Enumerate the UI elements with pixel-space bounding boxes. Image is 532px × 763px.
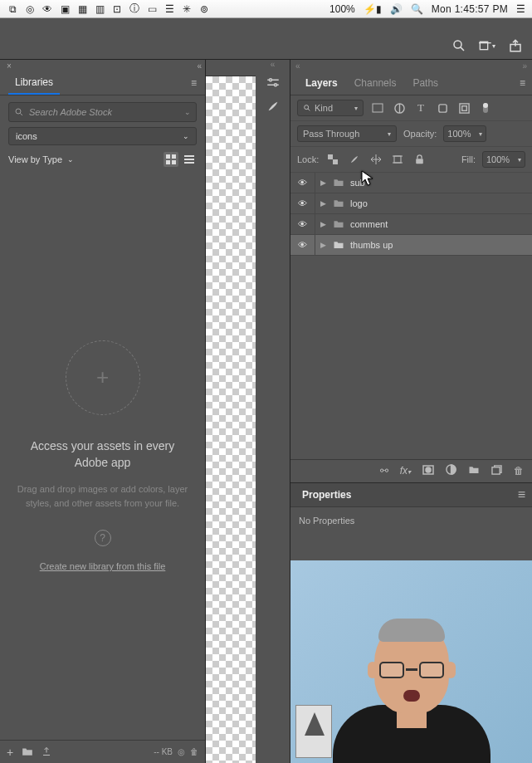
brush-icon[interactable] <box>256 95 290 118</box>
lock-transparent-icon[interactable] <box>325 152 340 167</box>
lock-all-icon[interactable] <box>412 152 427 167</box>
new-layer-icon[interactable] <box>491 465 502 477</box>
nvidia-icon[interactable]: ▣ <box>59 3 71 15</box>
lock-position-icon[interactable] <box>368 152 383 167</box>
svg-rect-7 <box>166 154 170 159</box>
cc-sync-icon[interactable]: ◎ <box>178 747 185 756</box>
library-selector[interactable]: icons ⌄ <box>8 127 197 145</box>
menu-extras-icon[interactable]: ☰ <box>164 3 175 15</box>
filter-type-icon[interactable]: T <box>413 100 428 115</box>
blend-mode-selector[interactable]: Pass Through ▾ <box>297 125 397 142</box>
spotlight-icon[interactable]: 🔍 <box>411 3 423 15</box>
menubar-clock[interactable]: Mon 1:45:57 PM <box>432 3 508 15</box>
macos-menubar: ⧉ ◎ 👁 ▣ ▦ ▥ ⊡ ⓘ ▭ ☰ ✳ ⊚ 100% ⚡▮ 🔊 🔍 Mon … <box>0 0 532 18</box>
visibility-icon[interactable]: 👁 <box>290 173 315 193</box>
visibility-icon[interactable]: 👁 <box>290 235 315 255</box>
chevron-right-icon[interactable]: ▶ <box>315 220 330 228</box>
layer-name[interactable]: sub <box>347 178 365 188</box>
layer-name[interactable]: comment <box>347 219 388 229</box>
search-input-wrap[interactable]: ⌄ <box>8 102 197 122</box>
document-canvas[interactable] <box>206 60 256 763</box>
folder-icon[interactable]: ▥ <box>94 3 105 15</box>
collapse-icon[interactable]: « <box>197 61 202 71</box>
blend-mode-row: Pass Through ▾ Opacity: 100%▾ <box>290 121 532 147</box>
svg-rect-30 <box>416 159 423 164</box>
chevron-right-icon[interactable]: ▶ <box>315 199 330 208</box>
opacity-input[interactable]: 100%▾ <box>443 125 486 142</box>
tab-paths[interactable]: Paths <box>404 71 447 95</box>
upload-icon[interactable] <box>41 746 51 759</box>
layer-name[interactable]: thumbs up <box>347 240 393 250</box>
chevron-right-icon[interactable]: ▶ <box>315 241 330 249</box>
help-icon[interactable]: ? <box>95 530 111 546</box>
filter-toggle-icon[interactable] <box>478 100 493 115</box>
tab-layers[interactable]: Layers <box>297 71 346 95</box>
filter-smartobj-icon[interactable] <box>456 100 471 115</box>
panel-menu-icon[interactable]: ≡ <box>518 487 525 502</box>
fill-input[interactable]: 100%▾ <box>482 151 525 168</box>
visibility-icon[interactable]: 👁 <box>290 214 315 234</box>
share-icon[interactable] <box>507 37 524 54</box>
layer-row[interactable]: 👁 ▶ comment <box>290 214 532 235</box>
navigator-preview[interactable] <box>290 560 532 764</box>
add-asset-button[interactable]: + <box>66 340 140 415</box>
trash-icon[interactable]: 🗑 <box>190 747 198 756</box>
eye-icon[interactable]: 👁 <box>41 3 53 15</box>
add-content-icon[interactable]: + <box>7 746 13 759</box>
layer-row[interactable]: 👁 ▶ sub <box>290 173 532 193</box>
adjustment-layer-icon[interactable] <box>446 464 456 477</box>
close-icon[interactable]: × <box>3 61 15 71</box>
collapse-icon[interactable]: « <box>295 61 300 71</box>
filter-adjustment-icon[interactable] <box>392 100 407 115</box>
add-folder-icon[interactable] <box>22 746 33 759</box>
lock-artboard-icon[interactable] <box>390 152 405 167</box>
tab-libraries[interactable]: Libraries <box>8 71 60 95</box>
list-view-icon[interactable] <box>182 152 197 167</box>
record-icon[interactable]: ⊡ <box>111 3 123 15</box>
visibility-icon[interactable]: 👁 <box>290 193 315 213</box>
trash-icon[interactable]: 🗑 <box>514 465 524 477</box>
wifi-icon[interactable]: ⊚ <box>198 3 210 15</box>
panel-menu-icon[interactable]: ≡ <box>520 77 525 89</box>
tab-properties[interactable]: Properties <box>297 483 356 506</box>
expand-icon[interactable]: » <box>522 61 527 71</box>
fan-icon[interactable]: ✳ <box>181 3 193 15</box>
link-layers-icon[interactable]: ⚯ <box>380 465 388 477</box>
new-group-icon[interactable] <box>468 465 480 477</box>
chevron-down-icon[interactable]: ⌄ <box>67 155 74 164</box>
info-icon[interactable]: ⓘ <box>129 3 140 15</box>
svg-rect-25 <box>328 154 333 159</box>
stock-search-input[interactable] <box>29 107 179 117</box>
grid-view-icon[interactable] <box>164 152 178 167</box>
svg-point-0 <box>454 41 461 48</box>
chevron-right-icon[interactable]: ▶ <box>315 179 330 187</box>
filter-kind-selector[interactable]: Kind ▾ <box>297 100 364 116</box>
adjustments-icon[interactable] <box>256 71 290 95</box>
chevron-down-icon[interactable]: ⌄ <box>184 108 191 116</box>
layer-row[interactable]: 👁 ▶ thumbs up <box>290 235 532 256</box>
volume-icon[interactable]: 🔊 <box>390 3 403 15</box>
layers-footer: ⚯ fx▾ 🗑 <box>290 459 532 482</box>
filter-pixel-icon[interactable] <box>370 100 385 115</box>
collapse-icon[interactable]: « <box>256 60 290 71</box>
ruler-horizontal[interactable] <box>206 60 256 76</box>
arrange-docs-icon[interactable]: ▾ <box>479 37 495 54</box>
tab-channels[interactable]: Channels <box>346 71 405 95</box>
layer-row[interactable]: 👁 ▶ logo <box>290 193 532 214</box>
layer-name[interactable]: logo <box>347 198 368 208</box>
filter-shape-icon[interactable] <box>435 100 450 115</box>
view-by-label[interactable]: View by Type <box>8 154 62 164</box>
dropbox-icon[interactable]: ⧉ <box>7 3 18 15</box>
notification-center-icon[interactable]: ☰ <box>516 3 525 15</box>
cc-icon[interactable]: ◎ <box>24 3 36 15</box>
battery-icon[interactable]: ⚡▮ <box>364 3 382 15</box>
create-library-link[interactable]: Create new library from this file <box>40 561 166 571</box>
search-icon[interactable] <box>451 37 467 54</box>
properties-empty-text: No Properties <box>299 516 354 526</box>
panel-menu-icon[interactable]: ≡ <box>191 77 197 89</box>
fx-icon[interactable]: fx▾ <box>400 465 411 477</box>
display-icon[interactable]: ▭ <box>146 3 158 15</box>
mask-icon[interactable] <box>422 465 434 477</box>
lock-image-icon[interactable] <box>347 152 362 167</box>
app-icon[interactable]: ▦ <box>76 3 88 15</box>
